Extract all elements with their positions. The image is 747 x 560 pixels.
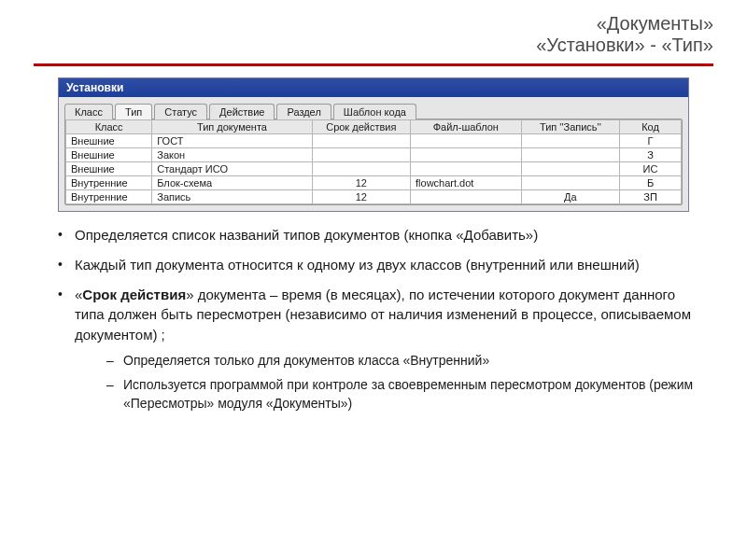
bullet-list: • Определяется список названий типов док…: [58, 225, 700, 413]
window-titlebar: Установки: [59, 78, 688, 97]
settings-window: Установки Класс Тип Статус Действие Разд…: [58, 77, 689, 212]
tab-codetmpl[interactable]: Шаблон кода: [333, 104, 416, 119]
col-term[interactable]: Срок действия: [312, 120, 410, 134]
list-item: – Используется программой при контроле з…: [106, 375, 700, 413]
title-line-1: «Документы»: [0, 13, 713, 35]
list-item-text: Каждый тип документа относится к одному …: [75, 255, 700, 275]
table-row[interactable]: Внешние Закон З: [66, 148, 682, 162]
tab-action[interactable]: Действие: [209, 104, 275, 119]
list-item: • Каждый тип документа относится к одном…: [58, 255, 700, 275]
types-table: Класс Тип документа Срок действия Файл-ш…: [65, 119, 682, 204]
list-item-text: Определяется только для документов класс…: [123, 351, 700, 370]
list-item: • Определяется список названий типов док…: [58, 225, 700, 245]
list-item: – Определяется только для документов кла…: [106, 351, 700, 370]
tab-section[interactable]: Раздел: [276, 104, 331, 119]
bullet-icon: •: [58, 225, 75, 245]
list-item-text: Определяется список названий типов докум…: [75, 225, 700, 245]
table-row[interactable]: Внутренние Запись 12 Да ЗП: [66, 190, 682, 204]
tab-bar: Класс Тип Статус Действие Раздел Шаблон …: [59, 97, 688, 119]
tab-type[interactable]: Тип: [115, 104, 152, 119]
col-doctype[interactable]: Тип документа: [152, 120, 312, 134]
tab-status[interactable]: Статус: [154, 104, 207, 119]
list-item-text: «Срок действия» документа – время (в мес…: [75, 285, 700, 413]
col-class[interactable]: Класс: [66, 120, 152, 134]
list-item-text: Используется программой при контроле за …: [123, 375, 700, 413]
table-row[interactable]: Внешние ГОСТ Г: [66, 134, 682, 148]
bullet-icon: •: [58, 255, 75, 275]
table-row[interactable]: Внешние Стандарт ИСО ИС: [66, 162, 682, 176]
bullet-icon: •: [58, 285, 75, 413]
title-underline: [34, 63, 713, 66]
table-row[interactable]: Внутренние Блок-схема 12 flowchart.dot Б: [66, 176, 682, 190]
dash-icon: –: [106, 351, 123, 370]
table-header-row: Класс Тип документа Срок действия Файл-ш…: [66, 120, 682, 134]
window-title-text: Установки: [66, 81, 123, 94]
title-line-2: «Установки» - «Тип»: [0, 35, 713, 56]
tab-class[interactable]: Класс: [64, 104, 113, 119]
dash-icon: –: [106, 375, 123, 413]
tab-panel: Класс Тип документа Срок действия Файл-ш…: [64, 119, 683, 205]
list-item: • «Срок действия» документа – время (в м…: [58, 285, 700, 413]
slide-title: «Документы» «Установки» - «Тип»: [0, 0, 747, 60]
col-file[interactable]: Файл-шаблон: [411, 120, 522, 134]
col-code[interactable]: Код: [620, 120, 682, 134]
col-record[interactable]: Тип ''Запись'': [521, 120, 619, 134]
